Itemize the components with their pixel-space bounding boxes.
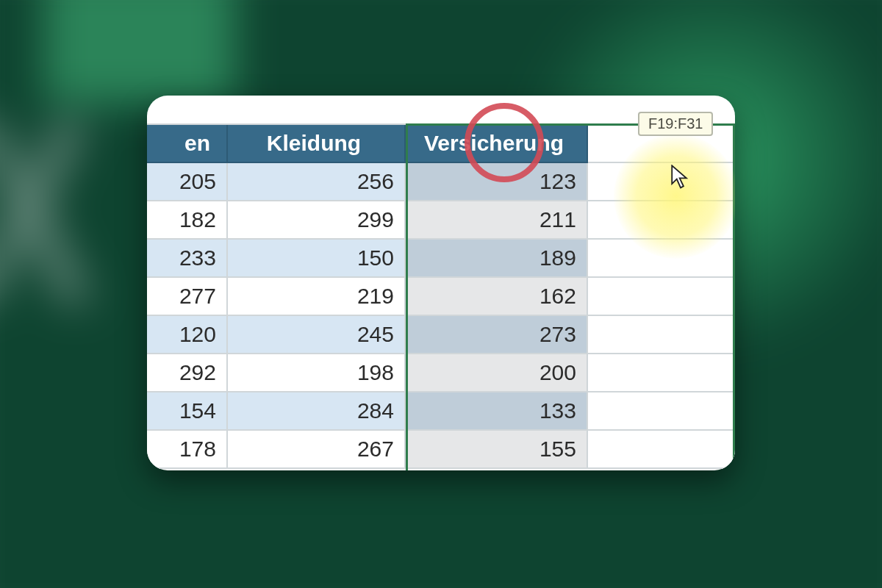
cell-value: 178 <box>179 437 216 462</box>
cell[interactable]: 245 <box>228 316 406 354</box>
range-tooltip-label: F19:F31 <box>648 115 703 132</box>
cell-value: 292 <box>179 360 216 385</box>
cell[interactable]: 277 <box>147 278 228 316</box>
header-col-kleidung[interactable]: Kleidung <box>228 125 406 163</box>
cell[interactable]: 219 <box>228 278 406 316</box>
cell-value: 245 <box>357 322 394 347</box>
header-col-versicherung[interactable]: Versicherung <box>406 125 588 163</box>
table-row: 292198200 <box>147 354 735 392</box>
cell[interactable]: 189 <box>406 240 588 278</box>
cell[interactable]: 284 <box>228 392 406 431</box>
cell-value: 120 <box>179 322 216 347</box>
cell-value: 150 <box>357 245 394 270</box>
spreadsheet-grid[interactable]: en Kleidung Versicherung 205256123182299… <box>147 96 735 470</box>
cell-value: 284 <box>357 398 394 423</box>
cell-value: 211 <box>539 207 576 232</box>
cell[interactable]: 273 <box>406 316 588 354</box>
cell-value: 182 <box>179 207 216 232</box>
cell[interactable]: 182 <box>147 201 228 240</box>
table-row: 233150189 <box>147 240 735 278</box>
cell[interactable]: 205 <box>147 163 228 201</box>
cell[interactable] <box>588 201 735 240</box>
cell[interactable]: 154 <box>147 392 228 431</box>
cell[interactable]: 200 <box>406 354 588 392</box>
cell[interactable]: 123 <box>406 163 588 201</box>
cell-value: 299 <box>357 207 394 232</box>
cell[interactable] <box>588 354 735 392</box>
cell[interactable]: 150 <box>228 240 406 278</box>
cell-value: 200 <box>539 360 576 385</box>
cell-value: 277 <box>179 284 216 309</box>
cell-value: 233 <box>179 245 216 270</box>
cell[interactable]: 155 <box>406 431 588 469</box>
range-tooltip: F19:F31 <box>638 112 713 136</box>
cell[interactable]: 162 <box>406 278 588 316</box>
cell-value: 267 <box>357 437 394 462</box>
cell-value: 155 <box>539 437 576 462</box>
cell-value: 256 <box>357 169 394 194</box>
cell-value: 133 <box>539 398 576 423</box>
cell-value: 219 <box>357 284 394 309</box>
table-row: 277219162 <box>147 278 735 316</box>
header-col-0[interactable]: en <box>147 125 228 163</box>
header-label: en <box>184 131 210 156</box>
cell[interactable]: 256 <box>228 163 406 201</box>
cell[interactable] <box>588 163 735 201</box>
cell[interactable]: 299 <box>228 201 406 240</box>
cell-value: 273 <box>539 322 576 347</box>
cell[interactable]: 292 <box>147 354 228 392</box>
table-row: 120245273 <box>147 316 735 354</box>
cell[interactable]: 211 <box>406 201 588 240</box>
cell[interactable]: 267 <box>228 431 406 469</box>
cell-value: 198 <box>357 360 394 385</box>
table-row: 182299211 <box>147 201 735 240</box>
spreadsheet-card: en Kleidung Versicherung 205256123182299… <box>147 96 735 470</box>
cell[interactable] <box>588 316 735 354</box>
cell[interactable]: 233 <box>147 240 228 278</box>
cell-value: 154 <box>179 398 216 423</box>
cell-value: 123 <box>539 169 576 194</box>
table-row: 178267155 <box>147 431 735 469</box>
table-row: 205256123 <box>147 163 735 201</box>
cell-value: 162 <box>539 284 576 309</box>
cell[interactable]: 198 <box>228 354 406 392</box>
cell[interactable]: 178 <box>147 431 228 469</box>
header-label: Versicherung <box>424 131 564 156</box>
cell-value: 189 <box>539 245 576 270</box>
table-row: 154284133 <box>147 392 735 431</box>
cell[interactable]: 133 <box>406 392 588 431</box>
cell[interactable]: 120 <box>147 316 228 354</box>
cell-value: 205 <box>179 169 216 194</box>
cell[interactable] <box>588 240 735 278</box>
cell[interactable] <box>588 431 735 469</box>
cell[interactable] <box>588 278 735 316</box>
cell[interactable] <box>588 392 735 431</box>
header-label: Kleidung <box>267 131 361 156</box>
